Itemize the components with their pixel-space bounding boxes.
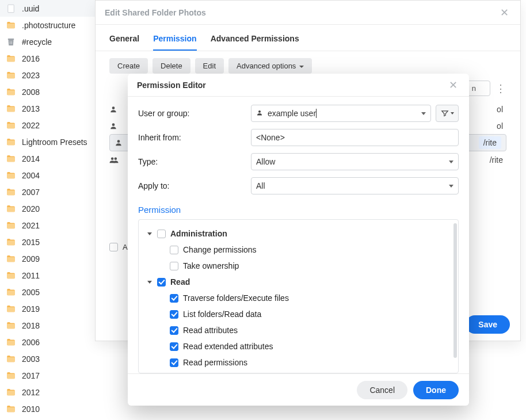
file-list-item[interactable]: 2015: [0, 234, 98, 250]
checkbox[interactable]: [170, 310, 178, 319]
scrollbar[interactable]: [453, 223, 457, 358]
checkbox[interactable]: [170, 326, 178, 335]
file-list-item[interactable]: 2007: [0, 184, 98, 200]
edit-button[interactable]: Edit: [195, 58, 224, 74]
file-list-item[interactable]: 2020: [0, 200, 98, 217]
file-list-item[interactable]: 2023: [0, 67, 98, 83]
permission-group[interactable]: Administration: [147, 226, 453, 242]
tab-permission[interactable]: Permission: [153, 27, 196, 51]
permission-item[interactable]: Read permissions: [170, 354, 453, 371]
folder-icon: [6, 287, 16, 297]
permission-item[interactable]: Traverse folders/Execute files: [170, 290, 453, 306]
file-name: 2008: [22, 87, 40, 97]
file-list-item[interactable]: 2022: [0, 117, 98, 133]
close-icon[interactable]: ✕: [447, 77, 460, 94]
file-list-item[interactable]: 2008: [0, 83, 98, 100]
permission-item[interactable]: Change permissions: [170, 242, 453, 258]
trash-icon: [6, 37, 16, 47]
folder-icon: [6, 54, 16, 64]
permission-value: /rite: [490, 155, 506, 165]
file-list-item[interactable]: 2010: [0, 400, 98, 417]
checkbox[interactable]: [170, 342, 178, 351]
permission-value: /rite: [479, 136, 501, 149]
file-list-item[interactable]: 2018: [0, 317, 98, 334]
permission-label: Read attributes: [183, 326, 238, 335]
file-name: 2016: [22, 54, 40, 63]
folder-icon: [6, 270, 16, 281]
file-list-item[interactable]: 2009: [0, 250, 98, 267]
file-list-item[interactable]: .photostructure: [0, 17, 98, 33]
file-list-item[interactable]: 2016: [0, 50, 98, 67]
folder-icon: [6, 137, 16, 147]
file-name: 2018: [22, 321, 40, 330]
apply-label: A: [123, 243, 128, 251]
file-name: 2009: [22, 254, 40, 264]
chevron-down-icon: [451, 112, 454, 114]
advanced-options-button[interactable]: Advanced options: [228, 58, 312, 74]
close-icon[interactable]: ✕: [498, 4, 511, 21]
tab-advanced-permissions[interactable]: Advanced Permissions: [211, 27, 299, 51]
permission-value: ol: [497, 105, 506, 114]
file-list-item[interactable]: 2017: [0, 367, 98, 384]
expand-toggle-icon[interactable]: [147, 281, 153, 284]
filter-button[interactable]: [436, 105, 459, 122]
permission-group[interactable]: Read: [147, 274, 453, 290]
create-button[interactable]: Create: [109, 58, 148, 74]
folder-icon: [6, 237, 16, 247]
permission-section-title: Permission: [138, 205, 459, 215]
file-list-item[interactable]: 2005: [0, 284, 98, 300]
folder-icon: [6, 320, 16, 331]
permission-tree[interactable]: AdministrationChange permissionsTake own…: [138, 219, 459, 373]
file-list-item[interactable]: .uuid: [0, 0, 98, 17]
permission-label: Take ownership: [183, 261, 239, 270]
folder-icon: [6, 354, 16, 364]
file-list-item[interactable]: 2003: [0, 350, 98, 367]
permission-item[interactable]: Read extended attributes: [170, 338, 453, 354]
search-field-select[interactable]: n: [466, 81, 490, 96]
svg-point-4: [117, 140, 120, 143]
file-list-item[interactable]: 2019: [0, 300, 98, 317]
user-or-group-select[interactable]: example user: [251, 105, 431, 122]
done-button[interactable]: Done: [413, 381, 459, 399]
permission-item[interactable]: Take ownership: [170, 258, 453, 274]
more-menu-icon[interactable]: ⋮: [495, 81, 506, 96]
cancel-button[interactable]: Cancel: [357, 381, 407, 399]
tab-general[interactable]: General: [109, 27, 139, 51]
permission-item[interactable]: Read attributes: [170, 322, 453, 338]
delete-button[interactable]: Delete: [153, 58, 190, 74]
permission-group[interactable]: Write: [147, 371, 453, 373]
file-list-item[interactable]: 2021: [0, 217, 98, 234]
apply-checkbox[interactable]: [109, 243, 118, 251]
apply-to-label: Apply to:: [138, 181, 251, 190]
file-list-item[interactable]: 2011: [0, 267, 98, 284]
checkbox[interactable]: [170, 294, 178, 303]
file-list-item[interactable]: 2013: [0, 100, 98, 117]
chevron-down-icon: [449, 185, 453, 188]
type-label: Type:: [138, 157, 251, 166]
folder-icon: [6, 87, 16, 97]
expand-toggle-icon[interactable]: [147, 232, 153, 235]
inherit-from-field[interactable]: <None>: [251, 129, 459, 146]
file-name: 2012: [22, 388, 40, 397]
file-list-item[interactable]: 2012: [0, 384, 98, 400]
file-list-item[interactable]: #recycle: [0, 33, 98, 50]
checkbox[interactable]: [157, 278, 166, 287]
checkbox[interactable]: [170, 262, 178, 270]
file-name: 2013: [22, 104, 40, 113]
file-list-item[interactable]: 2014: [0, 150, 98, 167]
file-list-item[interactable]: 2006: [0, 334, 98, 350]
save-button[interactable]: Save: [466, 315, 510, 334]
dialog-title: Edit Shared Folder Photos: [105, 8, 206, 17]
checkbox[interactable]: [170, 246, 178, 254]
type-select[interactable]: Allow: [251, 153, 459, 170]
checkbox[interactable]: [157, 230, 166, 238]
file-list-item[interactable]: 2004: [0, 167, 98, 184]
person-icon: [256, 109, 263, 118]
svg-rect-0: [8, 5, 14, 13]
apply-to-select[interactable]: All: [251, 177, 459, 194]
checkbox[interactable]: [170, 358, 178, 367]
permission-label: Administration: [170, 229, 227, 238]
file-list-item[interactable]: Lightroom Presets: [0, 133, 98, 150]
svg-point-7: [258, 110, 261, 113]
permission-item[interactable]: List folders/Read data: [170, 306, 453, 322]
